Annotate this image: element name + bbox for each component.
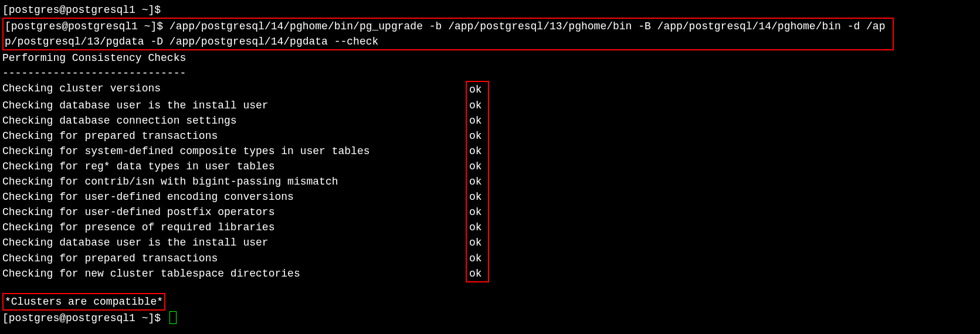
check-label: Checking for reg* data types in user tab… (2, 159, 466, 174)
check-label: Checking for user-defined encoding conve… (2, 189, 466, 205)
check-row: Checking database connection settings ok (2, 113, 978, 128)
check-status: ok (466, 174, 489, 189)
shell-prompt: [postgres@postgresql1 ~]$ (5, 21, 163, 32)
check-status: ok (466, 220, 489, 235)
check-status: ok (466, 81, 489, 97)
check-label: Checking cluster versions (2, 81, 466, 97)
check-row: Checking for contrib/isn with bigint-pas… (2, 174, 978, 189)
check-status: ok (466, 159, 489, 174)
check-row: Checking for prepared transactions ok (2, 128, 978, 144)
check-label: Checking for new cluster tablespace dire… (2, 266, 466, 282)
check-status: ok (466, 189, 489, 205)
check-label: Checking for contrib/isn with bigint-pas… (2, 174, 466, 189)
command-highlight-box: [postgres@postgresql1 ~]$ /app/postgresq… (2, 18, 894, 50)
check-row: Checking database user is the install us… (2, 235, 978, 250)
compatible-text: *Clusters are compatible* (5, 296, 163, 308)
check-row: Checking for user-defined postfix operat… (2, 205, 978, 220)
check-row: Checking database user is the install us… (2, 98, 978, 113)
prompt-line-final[interactable]: [postgres@postgresql1 ~]$ (2, 311, 978, 326)
check-label: Checking for prepared transactions (2, 251, 466, 266)
check-status: ok (466, 266, 489, 282)
compatible-highlight-box: *Clusters are compatible* (2, 293, 165, 311)
output-header: Performing Consistency Checks (2, 50, 978, 66)
check-label: Checking for presence of required librar… (2, 220, 466, 235)
check-label: Checking for user-defined postfix operat… (2, 205, 466, 220)
check-label: Checking database connection settings (2, 113, 466, 128)
check-status: ok (466, 205, 489, 220)
cursor-icon (169, 311, 177, 324)
check-row: Checking for system-defined composite ty… (2, 144, 978, 159)
check-row: Checking for user-defined encoding conve… (2, 189, 978, 205)
check-status: ok (466, 235, 489, 250)
check-label: Checking for prepared transactions (2, 128, 466, 144)
check-status: ok (466, 251, 489, 266)
shell-prompt: [postgres@postgresql1 ~]$ (2, 312, 161, 324)
check-status: ok (466, 113, 489, 128)
check-row: Checking cluster versions ok (2, 81, 978, 97)
output-divider: ----------------------------- (2, 66, 978, 81)
checks-container: Checking cluster versions ok Checking da… (2, 81, 978, 282)
check-label: Checking database user is the install us… (2, 235, 466, 250)
check-row: Checking for prepared transactions ok (2, 251, 978, 266)
check-row: Checking for presence of required librar… (2, 220, 978, 235)
check-status: ok (466, 144, 489, 159)
check-status: ok (466, 98, 489, 113)
check-status: ok (466, 128, 489, 144)
shell-prompt: [postgres@postgresql1 ~]$ (2, 4, 161, 16)
check-row: Checking for new cluster tablespace dire… (2, 266, 978, 282)
check-row: Checking for reg* data types in user tab… (2, 159, 978, 174)
check-label: Checking database user is the install us… (2, 98, 466, 113)
check-label: Checking for system-defined composite ty… (2, 144, 466, 159)
prompt-line-empty[interactable]: [postgres@postgresql1 ~]$ (2, 2, 978, 18)
